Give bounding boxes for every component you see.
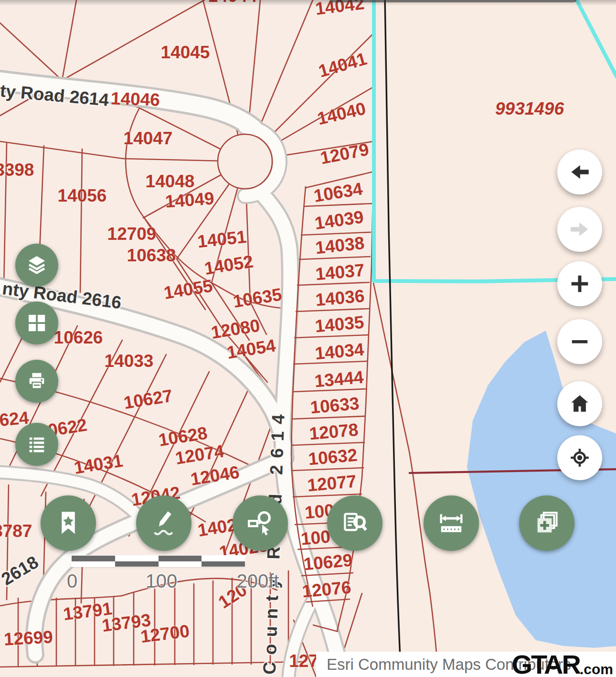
back-arrow-icon xyxy=(568,160,592,184)
list-icon xyxy=(26,433,48,455)
select-button[interactable] xyxy=(233,495,288,551)
document-search-icon xyxy=(340,508,370,538)
measure-button[interactable] xyxy=(424,495,479,551)
parcel-label: 14045 xyxy=(161,43,210,62)
locate-icon xyxy=(568,446,592,470)
scale-segment xyxy=(72,556,115,561)
basemap-grid-button[interactable] xyxy=(15,301,58,344)
parcel-label: 14046 xyxy=(110,88,160,110)
add-layers-icon xyxy=(532,508,562,538)
zoom-in-button[interactable] xyxy=(557,261,602,306)
forward-button[interactable] xyxy=(557,207,602,252)
gtar-logo-tld: .com xyxy=(580,661,613,677)
forward-arrow-icon xyxy=(568,217,592,241)
scale-segment xyxy=(72,561,115,567)
select-cursor-icon xyxy=(245,508,275,538)
parcel-label: 14056 xyxy=(58,186,107,205)
bookmark-icon xyxy=(54,509,83,537)
parcel-label: 14048 xyxy=(146,172,195,191)
print-button[interactable] xyxy=(15,360,58,403)
parcel-label: 10638 xyxy=(127,246,176,265)
gtar-logo-text: GTAR xyxy=(511,652,580,677)
minus-icon xyxy=(567,329,592,354)
layers-icon xyxy=(25,254,48,277)
gtar-logo: GTAR .com xyxy=(511,649,613,677)
parcel-label: 14047 xyxy=(124,129,173,148)
parcel-label: 14033 xyxy=(105,351,154,371)
plus-icon xyxy=(567,271,592,296)
zoom-out-button[interactable] xyxy=(557,319,602,364)
draw-button[interactable] xyxy=(136,495,191,551)
home-button[interactable] xyxy=(557,381,602,426)
legend-button[interactable] xyxy=(15,423,58,466)
parcel-label: 12709 xyxy=(107,224,157,244)
bookmarks-button[interactable] xyxy=(41,495,96,551)
home-icon xyxy=(568,392,592,416)
parcel-map[interactable]: 1404414042140451404114046140409931496140… xyxy=(0,0,616,677)
parcel-label: 127 xyxy=(289,651,319,671)
add-data-button[interactable] xyxy=(519,495,574,551)
measure-icon xyxy=(437,509,466,537)
search-attributes-button[interactable] xyxy=(327,495,382,551)
grid-icon xyxy=(25,312,48,334)
top-edge-bar xyxy=(329,0,576,2)
scale-segment xyxy=(202,556,245,561)
scale-label-200ft: 200ft xyxy=(237,570,279,592)
scale-segment xyxy=(115,556,159,561)
scale-segment xyxy=(159,556,202,561)
pencil-icon xyxy=(149,508,179,538)
back-button[interactable] xyxy=(557,150,602,194)
locate-button[interactable] xyxy=(557,435,602,480)
parcel-label: 10626 xyxy=(54,328,103,347)
parcel-label: 13398 xyxy=(0,160,34,180)
parcel-label: 13787 xyxy=(0,521,32,541)
scale-label-100: 100 xyxy=(146,570,178,592)
print-icon xyxy=(26,370,48,392)
scale-segment xyxy=(159,561,202,567)
parcel-label: 14044 xyxy=(208,0,257,6)
scale-label-0: 0 xyxy=(67,570,77,592)
parcel-label: 100 xyxy=(300,527,331,548)
parcel-label: 14049 xyxy=(164,188,215,211)
scale-bar xyxy=(72,556,245,567)
cul-de-sac-parcel xyxy=(218,134,272,189)
parcel-label: 9931496 xyxy=(495,99,564,118)
scale-segment xyxy=(115,561,159,567)
scale-segment xyxy=(202,561,245,567)
parcel-label: 12699 xyxy=(3,627,53,649)
map-viewer: 1404414042140451404114046140409931496140… xyxy=(0,0,616,677)
layers-button[interactable] xyxy=(15,244,58,287)
